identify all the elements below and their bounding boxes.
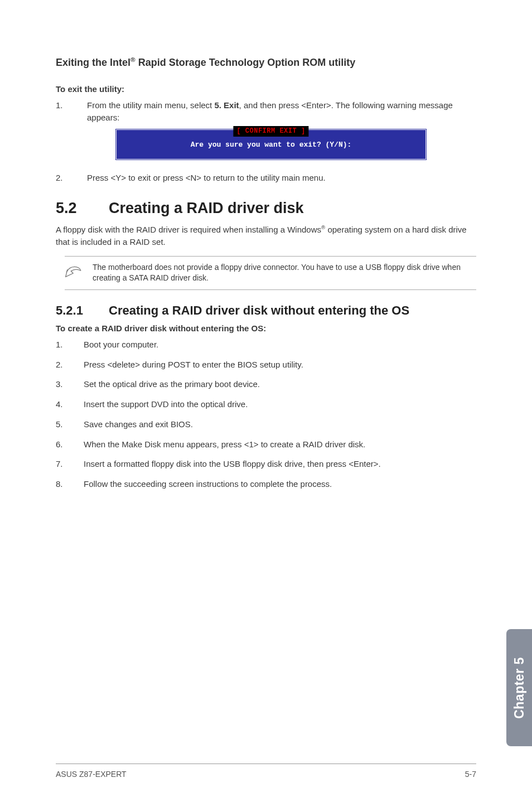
step-text-pre: From the utility main menu, select: [87, 100, 214, 110]
create-steps-list: Boot your computer. Press <delete> durin…: [56, 339, 476, 490]
footer-right: 5-7: [465, 770, 476, 779]
registered-mark: ®: [130, 56, 136, 63]
footer-left: ASUS Z87-EXPERT: [56, 770, 127, 779]
dialog-title: [ CONFIRM EXIT ]: [233, 126, 308, 137]
chapter-side-tab-label: Chapter 5: [512, 657, 527, 719]
chapter-side-tab: Chapter 5: [506, 629, 532, 746]
list-item: Press <Y> to exit or press <N> to return…: [56, 172, 476, 184]
step-text-bold: 5. Exit: [214, 100, 239, 110]
list-item: Set the optical drive as the primary boo…: [56, 378, 476, 390]
list-item: Insert the support DVD into the optical …: [56, 398, 476, 410]
heading-title: Creating a RAID driver disk without ente…: [109, 303, 409, 317]
step-text: When the Make Disk menu appears, press <…: [84, 439, 365, 449]
note-block: The motherboard does not provide a flopp…: [65, 256, 476, 290]
step-text: Press <delete> during POST to enter the …: [84, 360, 303, 369]
heading-title: Creating a RAID driver disk: [109, 200, 304, 216]
heading-5-2: 5.2Creating a RAID driver disk: [56, 200, 476, 217]
list-item: Follow the succeeding screen instruction…: [56, 478, 476, 490]
list-item: Save changes and exit BIOS.: [56, 418, 476, 431]
dialog-frame: [ CONFIRM EXIT ] Are you sure you want t…: [115, 128, 427, 161]
exit-steps-list: From the utility main menu, select 5. Ex…: [56, 99, 476, 184]
note-text: The motherboard does not provide a flopp…: [88, 262, 473, 284]
to-create-label: To create a RAID driver disk without ent…: [56, 323, 476, 333]
step-text: Insert the support DVD into the optical …: [84, 399, 248, 409]
heading-5-2-1: 5.2.1Creating a RAID driver disk without…: [56, 303, 476, 318]
dialog-prompt-text: Are you sure you want to exit? (Y/N):: [118, 140, 424, 151]
list-item: Insert a formatted floppy disk into the …: [56, 458, 476, 470]
step-text: Set the optical drive as the primary boo…: [84, 379, 260, 389]
heading-num: 5.2.1: [56, 303, 109, 318]
note-icon: [65, 262, 88, 281]
step-text: Boot your computer.: [84, 340, 158, 349]
dialog-body: [ CONFIRM EXIT ] Are you sure you want t…: [118, 131, 424, 158]
step-text: Insert a formatted floppy disk into the …: [84, 459, 381, 468]
step-text: Follow the succeeding screen instruction…: [84, 479, 332, 489]
confirm-exit-dialog: [ CONFIRM EXIT ] Are you sure you want t…: [115, 128, 427, 161]
list-item: When the Make Disk menu appears, press <…: [56, 438, 476, 451]
heading-exiting-intel: Exiting the Intel® Rapid Storage Technol…: [56, 56, 476, 69]
step-text: Press <Y> to exit or press <N> to return…: [87, 173, 326, 182]
heading-num: 5.2: [56, 200, 109, 217]
page-footer: ASUS Z87-EXPERT 5-7: [56, 764, 476, 779]
sec52-paragraph: A floppy disk with the RAID driver is re…: [56, 224, 476, 248]
list-item: Press <delete> during POST to enter the …: [56, 359, 476, 371]
para-pre: A floppy disk with the RAID driver is re…: [56, 225, 321, 234]
step-text: Save changes and exit BIOS.: [84, 419, 193, 429]
to-exit-label: To exit the utility:: [56, 84, 476, 94]
heading-exiting-prefix: Exiting the Intel: [56, 57, 130, 68]
list-item: Boot your computer.: [56, 339, 476, 351]
list-item: From the utility main menu, select 5. Ex…: [56, 99, 476, 161]
heading-exiting-suffix: Rapid Storage Technology Option ROM util…: [136, 57, 356, 68]
